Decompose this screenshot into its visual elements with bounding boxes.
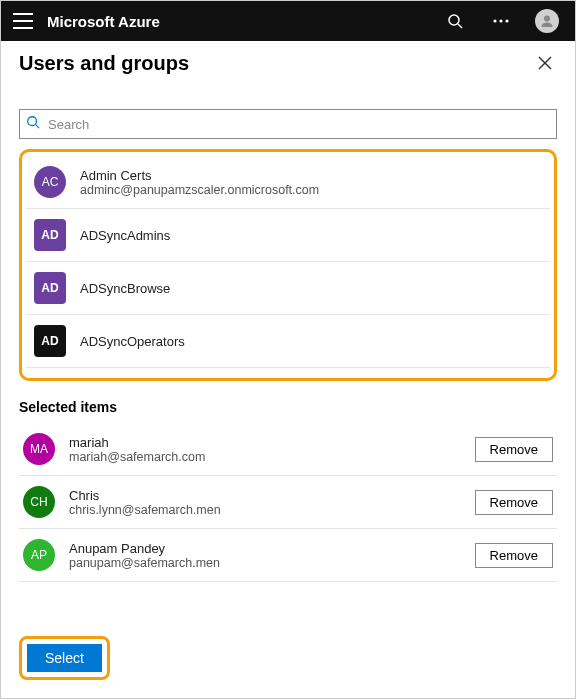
azure-panel: Microsoft Azure Users and groups ACAdmin	[0, 0, 576, 699]
item-name: Admin Certs	[80, 168, 319, 183]
search-icon-top[interactable]	[439, 5, 471, 37]
item-sub: adminc@panupamzscaler.onmicrosoft.com	[80, 183, 319, 197]
page-title: Users and groups	[19, 52, 533, 75]
item-name: Chris	[69, 488, 221, 503]
available-list[interactable]: ACAdmin Certsadminc@panupamzscaler.onmic…	[26, 156, 550, 374]
svg-point-3	[499, 19, 502, 22]
selected-item: MAmariahmariah@safemarch.comRemove	[19, 423, 557, 476]
avatar: CH	[23, 486, 55, 518]
item-sub: mariah@safemarch.com	[69, 450, 205, 464]
svg-point-8	[28, 117, 37, 126]
select-button-highlight: Select	[19, 636, 110, 680]
remove-button[interactable]: Remove	[475, 543, 553, 568]
brand-label: Microsoft Azure	[47, 13, 160, 30]
avatar: AC	[34, 166, 66, 198]
item-name: Anupam Pandey	[69, 541, 220, 556]
top-bar: Microsoft Azure	[1, 1, 575, 41]
available-item[interactable]: ACAdmin Certsadminc@panupamzscaler.onmic…	[26, 156, 550, 209]
svg-point-2	[493, 19, 496, 22]
remove-button[interactable]: Remove	[475, 437, 553, 462]
svg-line-1	[458, 24, 462, 28]
item-name: mariah	[69, 435, 205, 450]
selected-item: CHChrischris.lynn@safemarch.menRemove	[19, 476, 557, 529]
search-icon	[26, 115, 40, 133]
menu-icon[interactable]	[13, 13, 33, 29]
close-icon[interactable]	[533, 51, 557, 75]
svg-point-0	[449, 15, 459, 25]
available-item[interactable]: ADADSyncBrowse	[26, 262, 550, 315]
avatar: AD	[34, 272, 66, 304]
available-item[interactable]: ADADSyncAdmins	[26, 209, 550, 262]
item-name: ADSyncAdmins	[80, 228, 170, 243]
panel-content: ACAdmin Certsadminc@panupamzscaler.onmic…	[1, 79, 575, 622]
available-list-highlight: ACAdmin Certsadminc@panupamzscaler.onmic…	[19, 149, 557, 381]
item-name: ADSyncOperators	[80, 334, 185, 349]
more-icon[interactable]	[485, 5, 517, 37]
selected-list: MAmariahmariah@safemarch.comRemoveCHChri…	[19, 423, 557, 582]
select-button[interactable]: Select	[27, 644, 102, 672]
panel-header: Users and groups	[1, 41, 575, 79]
svg-line-9	[36, 125, 40, 129]
search-input[interactable]	[19, 109, 557, 139]
selected-item: APAnupam Pandeypanupam@safemarch.menRemo…	[19, 529, 557, 582]
svg-point-5	[544, 16, 550, 22]
available-item[interactable]: ADADSyncOperators	[26, 315, 550, 368]
user-avatar[interactable]	[531, 5, 563, 37]
avatar: MA	[23, 433, 55, 465]
item-sub: panupam@safemarch.men	[69, 556, 220, 570]
avatar: AD	[34, 325, 66, 357]
avatar: AP	[23, 539, 55, 571]
remove-button[interactable]: Remove	[475, 490, 553, 515]
avatar: AD	[34, 219, 66, 251]
item-sub: chris.lynn@safemarch.men	[69, 503, 221, 517]
item-name: ADSyncBrowse	[80, 281, 170, 296]
search-field-wrap	[19, 109, 557, 139]
panel-footer: Select	[1, 622, 575, 698]
svg-point-4	[505, 19, 508, 22]
selected-section-title: Selected items	[19, 399, 557, 415]
